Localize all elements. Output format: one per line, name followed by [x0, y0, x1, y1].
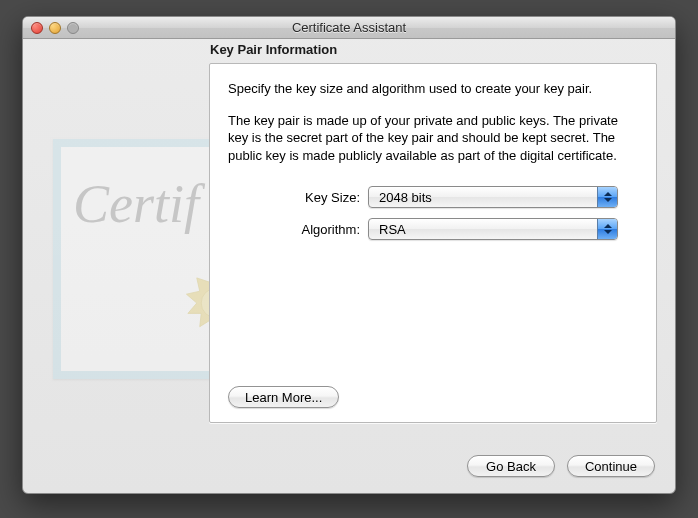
key-size-select[interactable]: 2048 bits — [368, 186, 618, 208]
close-icon[interactable] — [31, 22, 43, 34]
panel-heading: Key Pair Information — [210, 42, 337, 57]
key-size-row: Key Size: 2048 bits — [228, 186, 638, 208]
main-panel: Key Pair Information Specify the key siz… — [209, 63, 657, 423]
form-area: Key Size: 2048 bits Algorithm: RSA — [228, 186, 638, 240]
key-size-label: Key Size: — [228, 190, 368, 205]
certificate-script-text: Certif — [73, 173, 199, 235]
window: Certificate Assistant Certif Key Pair In… — [22, 16, 676, 494]
chevron-up-down-icon — [597, 187, 617, 207]
learn-more-button[interactable]: Learn More... — [228, 386, 339, 408]
key-size-value: 2048 bits — [379, 190, 432, 205]
content-area: Certif Key Pair Information Specify the … — [23, 39, 675, 493]
algorithm-row: Algorithm: RSA — [228, 218, 638, 240]
algorithm-select[interactable]: RSA — [368, 218, 618, 240]
description-text: The key pair is made up of your private … — [228, 112, 638, 165]
chevron-up-down-icon — [597, 219, 617, 239]
traffic-lights — [23, 22, 79, 34]
algorithm-value: RSA — [379, 222, 406, 237]
intro-text: Specify the key size and algorithm used … — [228, 80, 638, 98]
minimize-icon[interactable] — [49, 22, 61, 34]
continue-button[interactable]: Continue — [567, 455, 655, 477]
go-back-button[interactable]: Go Back — [467, 455, 555, 477]
algorithm-label: Algorithm: — [228, 222, 368, 237]
footer-buttons: Go Back Continue — [467, 455, 655, 477]
titlebar[interactable]: Certificate Assistant — [23, 17, 675, 39]
zoom-icon — [67, 22, 79, 34]
window-title: Certificate Assistant — [23, 20, 675, 35]
